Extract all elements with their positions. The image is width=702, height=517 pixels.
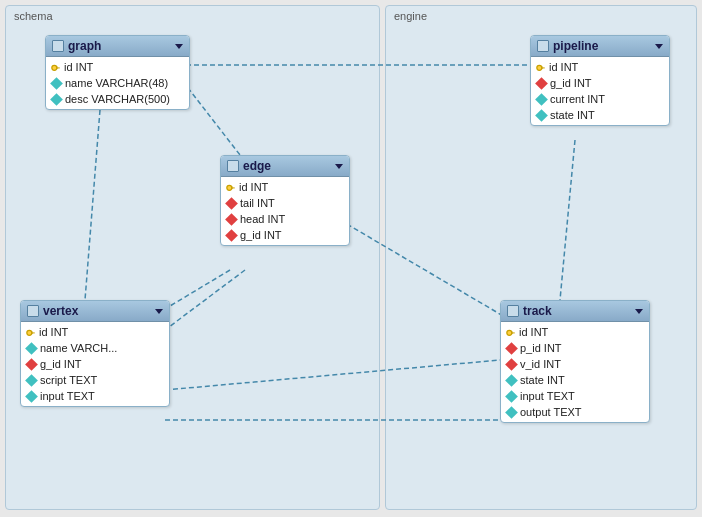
table-graph[interactable]: graph id INT name VARCHAR(48) desc VARCH… bbox=[45, 35, 190, 110]
field-id: id INT bbox=[239, 181, 268, 193]
cyan-diamond-icon bbox=[25, 342, 38, 355]
field-gid: g_id INT bbox=[550, 77, 592, 89]
graph-dropdown-icon[interactable] bbox=[175, 44, 183, 49]
table-row: g_id INT bbox=[531, 75, 669, 91]
table-graph-header[interactable]: graph bbox=[46, 36, 189, 57]
field-name: name VARCH... bbox=[40, 342, 117, 354]
pk-icon bbox=[226, 182, 236, 192]
table-row: id INT bbox=[501, 324, 649, 340]
table-vertex-body: id INT name VARCH... g_id INT script TEX… bbox=[21, 322, 169, 406]
svg-point-15 bbox=[27, 330, 32, 335]
table-graph-name: graph bbox=[68, 39, 101, 53]
table-icon bbox=[507, 305, 519, 317]
field-state: state INT bbox=[550, 109, 595, 121]
field-input: input TEXT bbox=[520, 390, 575, 402]
field-head: head INT bbox=[240, 213, 285, 225]
table-track-name: track bbox=[523, 304, 552, 318]
table-row: tail INT bbox=[221, 195, 349, 211]
svg-rect-23 bbox=[513, 332, 515, 333]
table-track-body: id INT p_id INT v_id INT state INT input… bbox=[501, 322, 649, 422]
pk-icon bbox=[536, 62, 546, 72]
cyan-diamond-icon bbox=[25, 390, 38, 403]
svg-rect-19 bbox=[541, 67, 542, 70]
table-row: output TEXT bbox=[501, 404, 649, 420]
table-row: name VARCH... bbox=[21, 340, 169, 356]
field-id: id INT bbox=[519, 326, 548, 338]
table-edge-body: id INT tail INT head INT g_id INT bbox=[221, 177, 349, 245]
svg-rect-20 bbox=[543, 67, 545, 68]
table-row: state INT bbox=[501, 372, 649, 388]
table-edge[interactable]: edge id INT tail INT head INT g_id INT bbox=[220, 155, 350, 246]
cyan-diamond-icon bbox=[505, 374, 518, 387]
table-track-header[interactable]: track bbox=[501, 301, 649, 322]
table-row: g_id INT bbox=[21, 356, 169, 372]
table-icon bbox=[227, 160, 239, 172]
svg-point-18 bbox=[537, 65, 542, 70]
field-name: name VARCHAR(48) bbox=[65, 77, 168, 89]
field-id: id INT bbox=[39, 326, 68, 338]
pk-icon bbox=[506, 327, 516, 337]
schema-label: schema bbox=[14, 10, 53, 22]
table-graph-body: id INT name VARCHAR(48) desc VARCHAR(500… bbox=[46, 57, 189, 109]
table-pipeline-body: id INT g_id INT current INT state INT bbox=[531, 57, 669, 125]
svg-rect-17 bbox=[33, 332, 35, 333]
table-vertex-name: vertex bbox=[43, 304, 78, 318]
red-diamond-icon bbox=[535, 77, 548, 90]
red-diamond-icon bbox=[225, 213, 238, 226]
svg-point-21 bbox=[507, 330, 512, 335]
table-row: head INT bbox=[221, 211, 349, 227]
red-diamond-icon bbox=[25, 358, 38, 371]
field-state: state INT bbox=[520, 374, 565, 386]
table-row: input TEXT bbox=[21, 388, 169, 404]
cyan-diamond-icon bbox=[25, 374, 38, 387]
vertex-dropdown-icon[interactable] bbox=[155, 309, 163, 314]
field-desc: desc VARCHAR(500) bbox=[65, 93, 170, 105]
cyan-diamond-icon bbox=[535, 109, 548, 122]
table-pipeline[interactable]: pipeline id INT g_id INT current INT sta… bbox=[530, 35, 670, 126]
table-vertex-header[interactable]: vertex bbox=[21, 301, 169, 322]
table-edge-name: edge bbox=[243, 159, 271, 173]
table-row: current INT bbox=[531, 91, 669, 107]
red-diamond-icon bbox=[225, 229, 238, 242]
field-output: output TEXT bbox=[520, 406, 582, 418]
cyan-diamond-icon bbox=[535, 93, 548, 106]
table-row: name VARCHAR(48) bbox=[46, 75, 189, 91]
diagram-canvas: schema engine graph id INT bbox=[0, 0, 702, 517]
table-pipeline-header[interactable]: pipeline bbox=[531, 36, 669, 57]
red-diamond-icon bbox=[505, 342, 518, 355]
svg-point-9 bbox=[52, 65, 57, 70]
svg-rect-14 bbox=[233, 187, 235, 188]
table-row: desc VARCHAR(500) bbox=[46, 91, 189, 107]
pipeline-dropdown-icon[interactable] bbox=[655, 44, 663, 49]
table-row: id INT bbox=[221, 179, 349, 195]
table-row: script TEXT bbox=[21, 372, 169, 388]
svg-point-12 bbox=[227, 185, 232, 190]
table-track[interactable]: track id INT p_id INT v_id INT state INT bbox=[500, 300, 650, 423]
field-gid: g_id INT bbox=[240, 229, 282, 241]
table-row: state INT bbox=[531, 107, 669, 123]
svg-rect-13 bbox=[231, 187, 232, 190]
cyan-diamond-icon bbox=[505, 406, 518, 419]
field-vid: v_id INT bbox=[520, 358, 561, 370]
field-current: current INT bbox=[550, 93, 605, 105]
table-row: input TEXT bbox=[501, 388, 649, 404]
table-pipeline-name: pipeline bbox=[553, 39, 598, 53]
engine-label: engine bbox=[394, 10, 427, 22]
svg-rect-22 bbox=[511, 332, 512, 335]
svg-rect-11 bbox=[58, 67, 60, 68]
field-tail: tail INT bbox=[240, 197, 275, 209]
pk-icon bbox=[51, 62, 61, 72]
table-row: id INT bbox=[46, 59, 189, 75]
field-input: input TEXT bbox=[40, 390, 95, 402]
red-diamond-icon bbox=[225, 197, 238, 210]
cyan-diamond-icon bbox=[50, 93, 63, 106]
pk-icon bbox=[26, 327, 36, 337]
table-edge-header[interactable]: edge bbox=[221, 156, 349, 177]
table-icon bbox=[27, 305, 39, 317]
track-dropdown-icon[interactable] bbox=[635, 309, 643, 314]
table-vertex[interactable]: vertex id INT name VARCH... g_id INT scr… bbox=[20, 300, 170, 407]
table-row: g_id INT bbox=[221, 227, 349, 243]
field-gid: g_id INT bbox=[40, 358, 82, 370]
table-icon bbox=[52, 40, 64, 52]
edge-dropdown-icon[interactable] bbox=[335, 164, 343, 169]
